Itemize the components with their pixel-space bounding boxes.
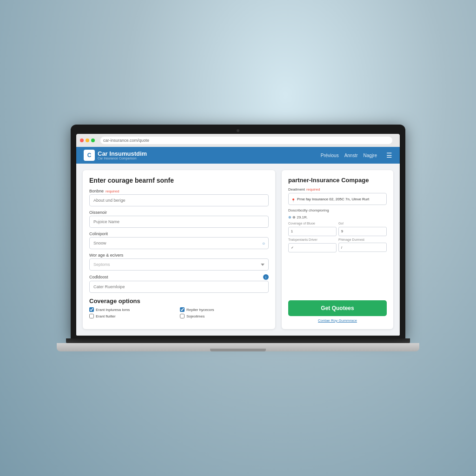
detail-row-2: Tralopeniants Driver Phimage Durmest [288, 238, 387, 252]
checkbox-item-0: Erant Inpluresa loms [89, 307, 178, 312]
checkbox-label-1: Repller hycecors [186, 308, 214, 312]
input-bonbne[interactable] [89, 194, 269, 206]
traffic-light-green[interactable] [91, 139, 95, 142]
circle-icon: ○ [262, 241, 265, 246]
nav-links: Prévious Annstr Nagjre ☰ [321, 152, 392, 159]
main-content: Enter courage bearnf sonfe Bonbne requir… [76, 164, 400, 336]
laptop-screen-bezel: car-insurance.com/quote C Car Insumustdi… [71, 125, 405, 338]
left-panel: Enter courage bearnf sonfe Bonbne requir… [83, 170, 275, 329]
mini-input-phimage[interactable] [338, 243, 387, 252]
compare-link[interactable]: Contae Roy Gummrace [288, 318, 387, 323]
get-quotes-button[interactable]: Get Quotees [288, 300, 387, 316]
nav-brand-text: Car Insumustdim [98, 151, 147, 157]
checkbox-label-3: Sojeolimes [186, 314, 205, 318]
nav-logo-icon: C [84, 150, 95, 161]
checkbox-1[interactable] [180, 307, 185, 312]
required-marker-0: required [106, 189, 119, 193]
detail-row-1: Coverage of Bluoe Go! [288, 222, 387, 236]
input-coliniporit[interactable] [89, 237, 269, 249]
nav-link-nagjre[interactable]: Nagjre [364, 153, 377, 158]
select-wor-age[interactable]: Septoms [89, 258, 269, 271]
nav-logo: C Car Insumustdim Car Insurance Comparis… [84, 150, 147, 161]
input-oissenoir[interactable] [89, 216, 269, 228]
form-group-codldoost: Codldoost i [89, 274, 269, 293]
right-panel-title: partner-Insurance Compage [288, 177, 387, 184]
checkbox-2[interactable] [89, 314, 94, 318]
nav-bar: C Car Insumustdim Car Insurance Comparis… [76, 147, 400, 164]
checkbox-label-2: Erant fluilter [96, 314, 116, 318]
label-bonbne: Bonbne required [89, 189, 269, 193]
input-codldoost[interactable] [89, 281, 269, 293]
browser-content: C Car Insumustdim Car Insurance Comparis… [76, 147, 400, 336]
url-bar[interactable]: car-insurance.com/quote [100, 137, 392, 144]
nav-sub-text: Car Insurance Comparison [98, 157, 147, 160]
checkbox-0[interactable] [89, 307, 94, 312]
form-group-wor-age: Wor age & ecivers Septoms [89, 253, 269, 271]
form-group-bonbne: Bonbne required [89, 189, 269, 206]
detail-required-marker: required [306, 187, 320, 192]
label-codldoost: Codldoost i [89, 274, 269, 280]
nav-link-previous[interactable]: Prévious [321, 153, 339, 158]
url-text: car-insurance.com/quote [103, 138, 149, 143]
browser-chrome: car-insurance.com/quote [76, 134, 400, 147]
label-wor-age: Wor age & ecivers [89, 253, 269, 258]
form-group-oissenoir: Oissenoir [89, 210, 269, 228]
checkbox-item-1: Repller hycecors [180, 307, 269, 312]
info-line-2: ⊕ ⊕ 29.1R. [288, 215, 387, 220]
hamburger-icon[interactable]: ☰ [386, 152, 392, 159]
mini-input-go[interactable] [338, 227, 387, 236]
mini-input-driver[interactable] [288, 243, 337, 252]
detail-input[interactable] [288, 193, 387, 205]
coverage-checkboxes: Erant Inpluresa loms Repller hycecors Er… [89, 307, 269, 318]
label-oissenoir: Oissenoir [89, 210, 269, 215]
laptop-camera [237, 129, 239, 132]
laptop-wrapper: car-insurance.com/quote C Car Insumustdi… [57, 125, 419, 351]
location-icon: 📍 [291, 198, 296, 203]
info-icon: ⊕ [288, 215, 291, 219]
left-panel-title: Enter courage bearnf sonfe [89, 177, 269, 184]
select-wrapper-wor-age: Septoms [89, 258, 269, 271]
detail-col-coverage: Coverage of Bluoe [288, 222, 337, 236]
info-line-1: Doscribcdty chompioring [288, 208, 387, 213]
traffic-light-yellow[interactable] [86, 139, 89, 142]
col-label-phimage: Phimage Durmest [338, 238, 387, 241]
right-panel: partner-Insurance Compage Deailment requ… [282, 170, 393, 329]
checkbox-item-2: Erant fluilter [89, 314, 178, 318]
mini-input-coverage[interactable] [288, 227, 337, 236]
traffic-light-red[interactable] [80, 139, 84, 142]
detail-col-phimage: Phimage Durmest [338, 238, 387, 252]
detail-input-wrapper: 📍 [288, 193, 387, 208]
detail-label: Deailment required [288, 187, 387, 192]
laptop-hinge [66, 338, 410, 343]
nav-link-annstr[interactable]: Annstr [344, 153, 358, 158]
input-wrapper-coliniporit: ○ [89, 237, 269, 249]
checkbox-item-3: Sojeolimes [180, 314, 269, 318]
laptop-base [57, 343, 419, 351]
checkbox-label-0: Erant Inpluresa loms [96, 308, 130, 312]
form-group-coliniporit: Coliniporit ○ [89, 231, 269, 249]
col-label-coverage: Coverage of Bluoe [288, 222, 337, 225]
label-coliniporit: Coliniporit [89, 231, 269, 236]
detail-col-driver: Tralopeniants Driver [288, 238, 337, 252]
detail-col-go: Go! [338, 222, 387, 236]
col-label-go: Go! [338, 222, 387, 225]
col-label-driver: Tralopeniants Driver [288, 238, 337, 241]
checkbox-3[interactable] [180, 314, 185, 318]
info-value: ⊕ 29.1R. [292, 215, 308, 219]
coverage-section-title: Coverage options [89, 298, 269, 304]
badge-icon: i [263, 274, 269, 280]
